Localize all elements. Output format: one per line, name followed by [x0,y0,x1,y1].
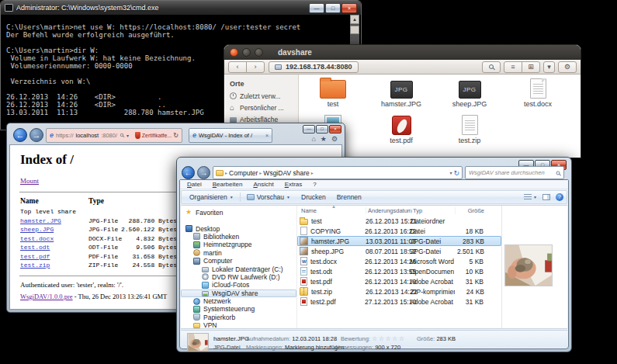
column-header-size[interactable]: Größe [455,207,486,214]
minimize-button[interactable]: — [303,125,315,133]
gear-icon[interactable]: ⚙ [331,135,338,143]
file-row[interactable]: test.docx 26.12.2013 14:26 Microsoft Wor… [297,256,501,266]
details-rating[interactable]: Bewertung: ☆☆☆☆☆ [341,335,405,342]
minimize-button[interactable]: — [309,3,324,13]
file-link[interactable]: sheep.JPG [20,226,54,233]
chevron-down-icon[interactable]: ▾ [543,61,555,73]
refresh-icon[interactable]: ↻ [453,169,459,177]
change-view-button[interactable]: ▼ [524,194,537,200]
file-link[interactable]: hamster.JPG [20,217,61,224]
file-date: 13.03.2011 11:03 [366,237,411,245]
favorites-star-icon[interactable]: ★ [321,135,327,143]
tree-item[interactable]: Netzwerk [181,297,296,305]
tree-item[interactable]: VPN [181,321,296,328]
certificate-error-badge[interactable]: Zertifikatfe... ↻ [135,132,179,139]
close-button[interactable]: × [341,3,357,13]
back-icon[interactable]: ← [13,128,27,142]
scroll-up-icon[interactable]: ▲ [350,15,359,24]
column-header-date[interactable]: Änderungsdatum [366,207,411,214]
tree-item[interactable]: martin [181,249,296,257]
tree-item[interactable]: Systemsteuerung [181,305,296,313]
breadcrumb-segment[interactable]: Computer ▸ [229,169,262,177]
tree-item[interactable]: DVD RW Laufwerk (D:) [181,273,296,281]
preview-button[interactable]: Vorschau▼ [242,193,295,201]
search-icon[interactable] [120,133,123,137]
chevron-down-icon[interactable]: ▾ [449,170,452,175]
file-tile[interactable]: test.pdf [367,113,435,150]
file-row[interactable]: COPYING 26.12.2013 16:22 Datei 18 KB [297,226,501,236]
file-row[interactable]: sheep.JPG 08.07.2011 18:52 JPG-Datei 2.5… [297,246,501,256]
breadcrumb-segment[interactable]: WsgiDAV share ▸ [263,169,313,177]
file-row[interactable]: test.odt 26.12.2013 13:55 OpenDocument T… [297,266,501,276]
file-link[interactable]: test.pdf [20,253,50,260]
close-button[interactable] [230,48,238,57]
forward-icon[interactable]: › [246,61,265,73]
tree-item[interactable]: WsgiDAV share [181,289,296,297]
file-row[interactable]: test2.pdf 27.12.2013 15:10 Adobe Acrobat… [297,296,501,307]
file-row[interactable]: hamster.JPG 13.03.2011 11:03 JPG-Datei 2… [297,236,501,246]
file-row[interactable]: test.pdf 26.12.2013 14:19 Adobe Acrobat … [297,276,501,286]
gear-icon[interactable]: ⚙ [558,61,577,73]
search-icon[interactable] [482,61,501,73]
location-breadcrumb[interactable]: 192.168.178.44:8080 [269,61,359,73]
details-tags[interactable]: Markierungen: Markierung hinzufügen [246,344,344,351]
organize-button[interactable]: Organisieren▼ [185,193,238,201]
maximize-button[interactable]: □ [325,3,341,13]
column-header-type[interactable]: Typ [411,207,455,214]
list-view-icon[interactable]: ≡ [504,61,522,73]
chevron-down-icon[interactable]: ▾ [127,133,129,138]
maximize-button[interactable] [255,48,263,57]
forward-icon[interactable]: → [29,128,43,142]
maximize-button[interactable]: □ [316,125,328,133]
file-row[interactable]: test.zip 26.12.2013 14:22 ZIP-komprimier… [297,286,501,296]
menu-item[interactable]: Bearbeiten [208,180,248,189]
tree-item[interactable]: Bibliotheken [181,233,296,241]
breadcrumb[interactable]: ▸ Computer ▸ WsgiDAV share ▸ ▾ [213,166,463,179]
grid-view-icon[interactable]: ⊞ [522,61,540,73]
tree-item[interactable]: Heimnetzgruppe [181,241,296,248]
file-link[interactable]: test.docx [20,235,54,242]
sidebar-place-item[interactable]: Zuletzt verw... [230,90,298,102]
sidebar-place-item[interactable]: Persönlicher ... [230,102,298,113]
print-button[interactable]: Drucken [296,193,331,201]
explorer-search-input[interactable]: WsgiDAV share durchsuchen [465,166,564,179]
minimize-button[interactable] [242,48,251,57]
file-row[interactable]: test 26.12.2013 15:21 Dateiordner [297,216,501,226]
tree-item[interactable]: Lokaler Datenträger (C:) [181,265,296,272]
file-tile[interactable]: sheep.JPG [435,77,504,113]
tree-item[interactable]: iCloud-Fotos [181,281,296,289]
file-tile[interactable]: test [299,77,367,113]
menu-item[interactable]: Extras [280,180,307,189]
nautilus-titlebar[interactable]: davshare [224,45,581,60]
tree-item[interactable]: Papierkorb [181,314,296,321]
file-tile[interactable]: hamster.JPG [367,77,435,113]
back-icon[interactable]: ‹ [228,61,247,73]
home-icon[interactable]: ⌂ [311,135,315,143]
forward-icon[interactable]: → [197,166,210,179]
address-bar[interactable]: e https://localhost:8080/ ▾ Zertifikatfe… [46,128,182,143]
menu-item[interactable]: Ansicht [248,180,278,189]
preview-pane-toggle-icon[interactable] [542,194,550,200]
menu-item[interactable]: Datei [182,180,206,189]
file-tile[interactable]: test.docx [504,77,572,113]
refresh-icon[interactable]: ↻ [173,132,179,139]
close-button[interactable]: × [329,125,341,133]
tree-item[interactable]: Desktop [181,224,296,232]
mount-link[interactable]: Mount [20,177,39,185]
certificate-error-text: Zertifikatfe... [142,133,172,138]
column-type: Type [88,197,104,205]
file-link[interactable]: test.zip [20,262,50,269]
tab-close-icon[interactable]: × [265,133,269,138]
browser-tab[interactable]: e WsgiDAV - Index of / × [189,128,272,143]
help-icon[interactable]: ? [556,193,563,201]
cmd-titlebar[interactable]: Administrator: C:\Windows\system32\cmd.e… [1,1,361,15]
wsgidav-version-link[interactable]: WsgiDAV/1.0.0.pre [20,293,73,300]
tree-item[interactable]: Computer [181,257,296,265]
file-tile[interactable]: test.zip [435,113,504,150]
tree-item[interactable]: Favoriten [181,209,296,217]
file-link[interactable]: test.odt [20,244,50,251]
back-icon[interactable]: ← [182,166,195,179]
scrollbar-thumb[interactable] [350,26,359,34]
burn-button[interactable]: Brennen [332,193,366,201]
menu-item[interactable]: ? [308,180,321,189]
